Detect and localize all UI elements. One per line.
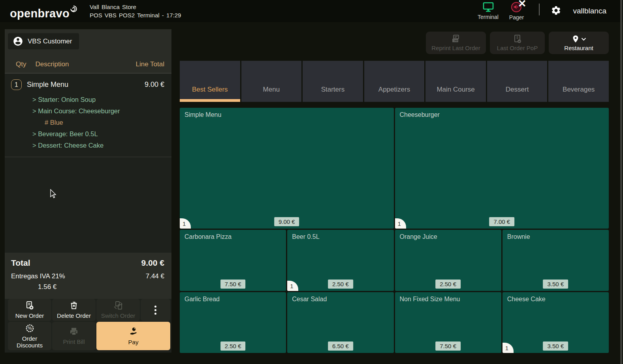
- store-info: Vall Blanca Store POS VBS POS2 Terminal …: [90, 3, 181, 19]
- settings-gear-icon[interactable]: [551, 5, 561, 16]
- total-label: Total: [11, 258, 30, 268]
- switch-order-icon: [113, 301, 123, 310]
- svg-text:%: %: [28, 326, 32, 330]
- line-qty: 1: [11, 79, 22, 90]
- tab-label: Starters: [321, 86, 345, 94]
- header-right: Terminal ✕ Pager vallblanca: [474, 2, 623, 21]
- customer-button[interactable]: VBS Customer: [8, 33, 79, 49]
- sub-item: > Starter: Onion Soup: [32, 94, 164, 105]
- product-tile-simple-menu[interactable]: Simple Menu 1 9.00 €: [180, 108, 394, 229]
- product-name: Orange Juice: [400, 233, 437, 240]
- product-price: 7.50 €: [435, 341, 461, 351]
- product-name: Non Fixed Size Menu: [400, 296, 460, 303]
- tab-label: Main Course: [437, 86, 474, 94]
- tab-main-course[interactable]: Main Course: [425, 61, 486, 102]
- reprint-last-order-button[interactable]: Reprint Last Order: [426, 32, 486, 54]
- product-price: 7.50 €: [220, 280, 246, 289]
- switch-order-button[interactable]: Switch Order: [96, 299, 140, 321]
- tab-best-sellers[interactable]: Best Sellers: [180, 61, 240, 102]
- tab-dessert[interactable]: Dessert: [487, 61, 548, 102]
- tab-label: Best Sellers: [192, 86, 228, 94]
- product-price: 9.00 €: [274, 217, 299, 226]
- product-tile-brownie[interactable]: Brownie 3.50 €: [503, 230, 609, 291]
- pager-icon: ✕: [511, 2, 522, 13]
- pay-button[interactable]: Pay: [96, 322, 170, 350]
- terminal-status-button[interactable]: Terminal: [474, 2, 503, 20]
- chevron-down-icon: [581, 38, 586, 41]
- delete-order-button[interactable]: Delete Order: [52, 299, 96, 321]
- product-qty-badge: 1: [395, 218, 406, 229]
- location-pin-icon: [571, 34, 580, 44]
- vertical-scrollbar[interactable]: [620, 0, 622, 364]
- logo-text: openbravo: [10, 8, 70, 19]
- order-panel: VBS Customer Qty Description Line Total …: [5, 29, 171, 353]
- product-name: Garlic Bread: [184, 296, 220, 303]
- product-tile-garlic-bread[interactable]: Garlic Bread 2.50 €: [180, 292, 286, 353]
- delete-order-trash-icon: [69, 301, 79, 310]
- app-header: openbravo Vall Blanca Store POS VBS POS2…: [0, 0, 623, 22]
- new-order-icon: [25, 301, 34, 310]
- more-actions-button[interactable]: [141, 299, 170, 321]
- kebab-menu-icon: [154, 306, 156, 315]
- product-tile-cheeseburger[interactable]: Cheeseburger 1 7.00 €: [395, 108, 609, 229]
- new-order-button[interactable]: New Order: [8, 299, 51, 321]
- pager-status-button[interactable]: ✕ Pager: [503, 2, 531, 21]
- product-tile-cesar-salad[interactable]: Cesar Salad 6.50 €: [287, 292, 393, 353]
- product-tile-non-fixed-size-menu[interactable]: Non Fixed Size Menu 7.50 €: [395, 292, 501, 353]
- order-lines-list: 1 Simple Menu 9.00 € > Starter: Onion So…: [5, 74, 171, 253]
- pager-disabled-x-icon: ✕: [518, 0, 527, 9]
- category-tabs: Best Sellers Menu Starters Appetizers Ma…: [180, 61, 609, 102]
- product-qty-badge: 1: [287, 281, 298, 291]
- pos-app: openbravo Vall Blanca Store POS VBS POS2…: [0, 0, 623, 364]
- product-price: 2.50 €: [435, 280, 461, 289]
- product-name: Simple Menu: [184, 111, 221, 118]
- discount-badge-icon: %: [25, 323, 35, 333]
- column-description: Description: [35, 60, 69, 68]
- product-grid: Simple Menu 1 9.00 € Cheeseburger 1 7.00…: [180, 108, 609, 353]
- total-value: 9.00 €: [141, 258, 164, 268]
- product-tile-cheese-cake[interactable]: Cheese Cake 1 3.50 €: [503, 292, 609, 353]
- product-qty-badge: 1: [503, 343, 514, 353]
- order-discounts-label: Order Discounts: [9, 335, 50, 349]
- product-name: Cheese Cake: [507, 296, 546, 303]
- restaurant-label: Restaurant: [564, 45, 593, 51]
- restaurant-location-button[interactable]: Restaurant: [549, 32, 609, 54]
- reprint-last-order-label: Reprint Last Order: [431, 45, 480, 51]
- tab-appetizers[interactable]: Appetizers: [364, 61, 425, 102]
- sub-item: > Beverage: Beer 0.5L: [32, 128, 164, 140]
- tax-amount-value: 1.56 €: [38, 283, 56, 291]
- tax-label: Entregas IVA 21%: [11, 272, 65, 280]
- customer-avatar-icon: [13, 36, 23, 47]
- order-line[interactable]: 1 Simple Menu 9.00 € > Starter: Onion So…: [5, 74, 171, 157]
- order-columns-header: Qty Description Line Total: [16, 60, 164, 68]
- line-total: 9.00 €: [145, 81, 164, 89]
- sub-item: > Main Course: Cheeseburger: [32, 105, 164, 117]
- tab-beverages[interactable]: Beverages: [548, 61, 609, 102]
- customer-name: VBS Customer: [28, 38, 72, 45]
- product-tile-carbonara-pizza[interactable]: Carbonara Pizza 7.50 €: [180, 230, 286, 291]
- sub-item: > Dessert: Cheese Cake: [32, 140, 164, 151]
- product-name: Cesar Salad: [292, 296, 327, 303]
- product-name: Brownie: [507, 233, 530, 240]
- product-tile-orange-juice[interactable]: Orange Juice 2.50 €: [395, 230, 501, 291]
- pager-label: Pager: [509, 14, 524, 21]
- product-name: Cheeseburger: [400, 111, 440, 118]
- openbravo-logo: openbravo: [10, 3, 77, 19]
- pay-label: Pay: [128, 339, 139, 345]
- tab-starters[interactable]: Starters: [303, 61, 363, 102]
- product-tile-beer[interactable]: Beer 0.5L 1 2.50 €: [287, 230, 393, 291]
- svg-text:$: $: [516, 36, 518, 39]
- order-discounts-button[interactable]: % Order Discounts: [8, 322, 51, 350]
- logged-in-username[interactable]: vallblanca: [573, 7, 607, 15]
- product-qty-badge: 1: [180, 218, 191, 229]
- order-actions: New Order Delete Order Switch Order %: [8, 299, 170, 350]
- tab-label: Menu: [263, 86, 280, 94]
- tab-menu[interactable]: Menu: [241, 61, 302, 102]
- reprint-printer-icon: [451, 34, 461, 44]
- print-bill-label: Print Bill: [63, 338, 85, 345]
- tax-base-value: 7.44 €: [146, 272, 164, 280]
- last-order-pop-button[interactable]: $ Last Order PoP: [490, 32, 545, 54]
- print-bill-button[interactable]: Print Bill: [52, 322, 96, 350]
- pay-hand-coin-icon: [128, 327, 139, 337]
- delete-order-label: Delete Order: [57, 312, 91, 319]
